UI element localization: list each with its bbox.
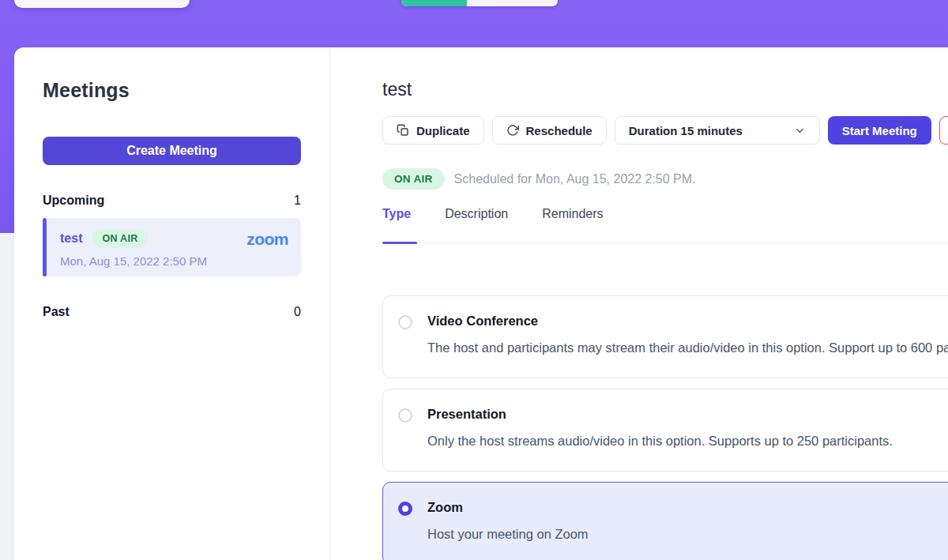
meeting-type-options: Video Conference The host and participan… xyxy=(382,295,948,560)
meeting-item-accent xyxy=(43,218,47,276)
upcoming-section-header[interactable]: Upcoming 1 xyxy=(43,194,301,208)
content-card: Meetings Create Meeting Upcoming 1 test … xyxy=(14,47,948,560)
duration-value: Duration 15 minutes xyxy=(629,124,743,137)
option-description: Only the host streams audio/video in thi… xyxy=(427,430,948,452)
option-zoom[interactable]: Zoom Host your meeting on Zoom xyxy=(382,482,948,560)
reschedule-button[interactable]: Reschedule xyxy=(492,116,607,145)
option-title: Presentation xyxy=(427,407,948,422)
delete-meeting-button[interactable] xyxy=(939,116,948,145)
upcoming-count: 1 xyxy=(294,194,301,208)
refresh-icon xyxy=(506,124,519,137)
tab-reminders[interactable]: Reminders xyxy=(542,207,603,242)
tab-type[interactable]: Type xyxy=(382,207,411,242)
past-label: Past xyxy=(43,305,70,319)
sidebar-title: Meetings xyxy=(43,79,314,102)
copy-icon xyxy=(397,124,409,137)
zoom-logo: zoom xyxy=(246,231,288,247)
on-air-status-badge: ON AIR xyxy=(382,168,445,190)
duplicate-label: Duplicate xyxy=(416,124,470,137)
start-meeting-label: Start Meeting xyxy=(842,124,917,137)
meeting-item-datetime: Mon, Aug 15, 2022 2:50 PM xyxy=(60,254,288,268)
on-air-badge: ON AIR xyxy=(92,229,148,248)
option-description: Host your meeting on Zoom xyxy=(427,523,948,545)
option-presentation[interactable]: Presentation Only the host streams audio… xyxy=(382,389,948,472)
option-title: Zoom xyxy=(427,500,948,515)
upcoming-label: Upcoming xyxy=(43,194,104,208)
option-video-conference[interactable]: Video Conference The host and participan… xyxy=(382,295,948,378)
meeting-item-title: test xyxy=(60,231,82,246)
toolbar: Duplicate Reschedule Duration 15 minutes… xyxy=(382,116,948,145)
tab-description[interactable]: Description xyxy=(445,207,508,242)
meeting-detail-pane: test Duplicate Reschedule Duration 15 mi… xyxy=(330,47,948,560)
reschedule-label: Reschedule xyxy=(526,124,592,137)
create-meeting-button[interactable]: Create Meeting xyxy=(43,137,301,165)
option-description: The host and participants may stream the… xyxy=(427,336,948,359)
past-count: 0 xyxy=(294,305,301,319)
start-meeting-button[interactable]: Start Meeting xyxy=(828,116,931,145)
active-tab-underline xyxy=(382,242,417,244)
tab-bar: Type Description Reminders xyxy=(382,207,948,243)
page-title: test xyxy=(382,79,948,100)
duration-select[interactable]: Duration 15 minutes xyxy=(615,116,820,145)
duplicate-button[interactable]: Duplicate xyxy=(382,116,484,145)
radio-unchecked-icon[interactable] xyxy=(398,408,412,423)
meeting-list-item[interactable]: test ON AIR zoom Mon, Aug 15, 2022 2:50 … xyxy=(43,218,301,276)
option-title: Video Conference xyxy=(427,314,948,329)
radio-checked-icon[interactable] xyxy=(398,502,412,516)
meetings-sidebar: Meetings Create Meeting Upcoming 1 test … xyxy=(14,47,330,560)
past-section-header[interactable]: Past 0 xyxy=(43,305,301,319)
top-toast xyxy=(14,0,190,8)
radio-unchecked-icon[interactable] xyxy=(398,315,412,329)
status-row: ON AIR Scheduled for Mon, Aug 15, 2022 2… xyxy=(382,168,948,190)
scheduled-text: Scheduled for Mon, Aug 15, 2022 2:50 PM. xyxy=(454,172,696,186)
progress-fill xyxy=(401,0,467,6)
chevron-down-icon xyxy=(794,125,806,137)
upload-progress-bar xyxy=(401,0,558,6)
create-meeting-label: Create Meeting xyxy=(126,144,217,158)
